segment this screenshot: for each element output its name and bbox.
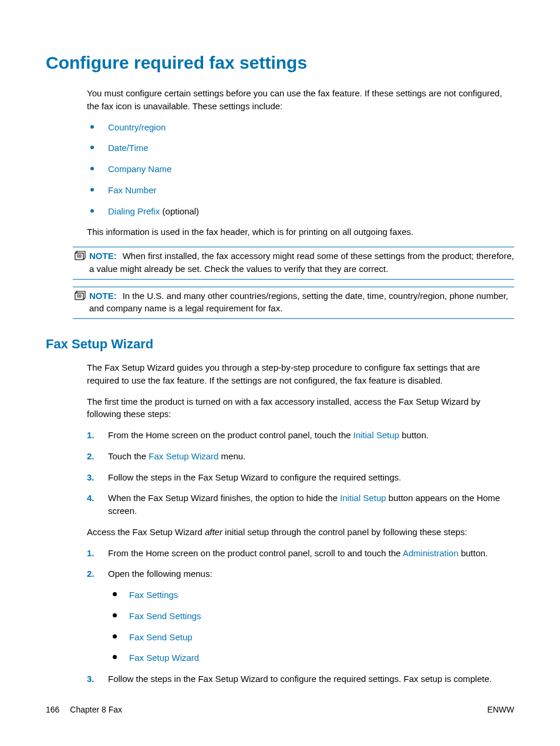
note-text: When first installed, the fax accessory …	[89, 251, 514, 274]
step-item: From the Home screen on the product cont…	[87, 547, 514, 560]
note-label: NOTE:	[89, 291, 117, 301]
note-callout: NOTE:In the U.S. and many other countrie…	[73, 287, 514, 320]
list-item: Fax Send Settings	[108, 610, 514, 623]
list-item: Dialing Prefix (optional)	[87, 205, 514, 218]
intro-paragraph: You must configure certain settings befo…	[87, 87, 514, 113]
note-label: NOTE:	[89, 251, 117, 261]
text-run: initial setup through the control panel …	[222, 527, 467, 537]
note-icon	[73, 290, 87, 315]
note-body: NOTE:When first installed, the fax acces…	[89, 250, 514, 275]
step-text: From the Home screen on the product cont…	[108, 430, 353, 440]
note-body: NOTE:In the U.S. and many other countrie…	[89, 290, 514, 315]
wizard-intro: The Fax Setup Wizard guides you through …	[87, 361, 514, 387]
step-item: Follow the steps in the Fax Setup Wizard…	[87, 673, 514, 685]
page-title: Configure required fax settings	[46, 53, 514, 73]
step-text: menu.	[218, 451, 245, 461]
setting-link: Country/region	[108, 122, 166, 132]
step-text: Follow the steps in the Fax Setup Wizard…	[108, 472, 401, 482]
note-text: In the U.S. and many other countries/reg…	[89, 291, 508, 314]
ui-reference: Fax Setup Wizard	[149, 451, 218, 461]
step-text: From the Home screen on the product cont…	[108, 548, 403, 558]
list-item: Company Name	[87, 163, 514, 176]
ui-reference: Fax Settings	[129, 590, 178, 600]
list-item: Date/Time	[87, 142, 514, 154]
list-item: Fax Send Setup	[108, 631, 514, 644]
ui-reference: Administration	[403, 548, 458, 558]
note-icon	[73, 250, 87, 275]
footer-right: ENWW	[487, 705, 514, 714]
body-content: You must configure certain settings befo…	[87, 87, 514, 319]
ui-reference: Fax Send Setup	[129, 632, 193, 642]
wizard-first-time: The first time the product is turned on …	[87, 395, 514, 421]
step-text: Open the following menus:	[108, 569, 212, 579]
setting-link: Fax Number	[108, 185, 157, 195]
ui-reference: Fax Setup Wizard	[129, 653, 199, 663]
step-item: From the Home screen on the product cont…	[87, 429, 514, 442]
wizard-content: The Fax Setup Wizard guides you through …	[87, 361, 514, 685]
step-text: Touch the	[108, 451, 149, 461]
list-item: Country/region	[87, 121, 514, 134]
list-item: Fax Settings	[108, 589, 514, 601]
step-item: Follow the steps in the Fax Setup Wizard…	[87, 471, 514, 484]
document-page: Configure required fax settings You must…	[0, 0, 560, 746]
step-text: button.	[399, 430, 429, 440]
svg-rect-0	[75, 253, 83, 260]
chapter-label: Chapter 8 Fax	[70, 705, 122, 714]
list-item: Fax Number	[87, 184, 514, 197]
ui-reference: Initial Setup	[353, 430, 399, 440]
steps-list-first: From the Home screen on the product cont…	[87, 429, 514, 518]
ui-reference: Initial Setup	[340, 493, 386, 503]
after-initial-paragraph: Access the Fax Setup Wizard after initia…	[87, 526, 514, 539]
ui-reference: Fax Send Settings	[129, 611, 201, 621]
menu-list: Fax Settings Fax Send Settings Fax Send …	[108, 589, 514, 664]
step-item: When the Fax Setup Wizard finishes, the …	[87, 492, 514, 518]
svg-rect-4	[75, 293, 83, 300]
italic-text: after	[205, 527, 222, 537]
step-item: Touch the Fax Setup Wizard menu.	[87, 450, 514, 463]
setting-link: Company Name	[108, 164, 171, 174]
setting-link: Dialing Prefix	[108, 206, 160, 216]
steps-list-after: From the Home screen on the product cont…	[87, 547, 514, 685]
section-heading: Fax Setup Wizard	[46, 337, 514, 352]
setting-link: Date/Time	[108, 143, 149, 153]
list-item: Fax Setup Wizard	[108, 651, 514, 664]
note-callout: NOTE:When first installed, the fax acces…	[73, 247, 514, 280]
list-item-tail: (optional)	[160, 206, 199, 216]
step-item: Open the following menus: Fax Settings F…	[87, 567, 514, 664]
step-text: button.	[458, 548, 488, 558]
settings-list: Country/region Date/Time Company Name Fa…	[87, 121, 514, 218]
page-footer: 166 Chapter 8 Fax ENWW	[46, 705, 514, 714]
page-number: 166	[46, 705, 59, 714]
header-info-paragraph: This information is used in the fax head…	[87, 226, 514, 238]
text-run: Access the Fax Setup Wizard	[87, 527, 205, 537]
step-text: Follow the steps in the Fax Setup Wizard…	[108, 674, 492, 684]
step-text: When the Fax Setup Wizard finishes, the …	[108, 493, 340, 503]
